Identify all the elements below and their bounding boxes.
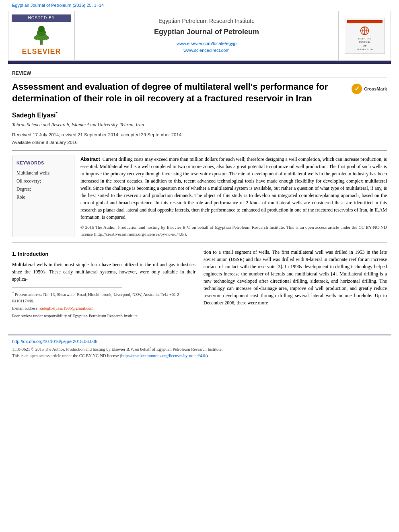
abstract-text: Abstract Current drilling costs may exce… (80, 156, 387, 221)
left-column: 1. Introduction Multilateral wells in th… (12, 249, 195, 320)
keywords-title: KEYWORDS (16, 160, 70, 166)
section-type-label: REVIEW (12, 70, 387, 78)
crossmark-icon: ✓ (351, 83, 362, 94)
abstract-copyright: © 2015 The Author. Production and hostin… (80, 224, 387, 237)
footnote-email: E-mail address: sadegh.elyasi.1986@gmail… (12, 305, 195, 312)
article-title: Assessment and evaluation of degree of m… (12, 81, 387, 104)
body-columns: 1. Introduction Multilateral wells in th… (12, 249, 387, 320)
crossmark-badge[interactable]: ✓ CrossMark (351, 83, 387, 94)
open-access-text: This is an open access article under the… (12, 353, 121, 358)
keywords-box: KEYWORDS Multilateral wells; Oil recover… (12, 156, 74, 237)
intro-text-right: tion to a small segment of wells. The fi… (204, 249, 387, 306)
main-content: REVIEW Assessment and evaluation of degr… (0, 64, 399, 327)
footnote-peer: Peer review under responsibility of Egyp… (12, 313, 195, 319)
journal-name: Egyptian Journal of Petroleum (154, 27, 259, 37)
cover-top-bar (347, 20, 383, 23)
elsevier-wordmark: ELSEVIER (22, 47, 61, 57)
svg-point-4 (34, 36, 39, 40)
keyword-2: Oil recovery; (16, 178, 70, 184)
elsevier-logo: ELSEVIER (22, 24, 61, 57)
right-column: tion to a small segment of wells. The fi… (204, 249, 387, 320)
author-name-text: Sadegh Elyasi (12, 112, 56, 119)
open-access-link[interactable]: http://creativecommons.org/licenses/by-n… (121, 353, 206, 358)
received-dates: Received 17 July 2014; revised 21 Septem… (12, 131, 387, 138)
svg-point-3 (38, 26, 45, 32)
bottom-open-access: This is an open access article under the… (12, 353, 387, 359)
journal-cover-thumbnail: EGYPTIAN JOURNAL OF PETROLEUM (345, 18, 385, 54)
journal-urls: www.elsevier.com/locate/egyjp www.scienc… (177, 40, 237, 54)
header-banner: HOSTED BY ELSEVIER Egyptian Petroleum Re… (8, 11, 391, 60)
section-divider (12, 150, 387, 151)
svg-point-5 (43, 36, 49, 40)
page: Egyptian Journal of Petroleum (2016) 25,… (0, 0, 399, 532)
footnote-address-text: Present address: No. 13, Shearwater Road… (12, 292, 179, 303)
bottom-copyright: 1110-0621 © 2015 The Author. Production … (12, 346, 387, 353)
journal-citation: Egyptian Journal of Petroleum (2016) 25,… (12, 3, 104, 8)
email-link[interactable]: sadegh.elyasi.1986@gmail.com (39, 306, 93, 310)
keyword-1: Multilateral wells; (16, 170, 70, 176)
footnote-address: * Present address: No. 13, Shearwater Ro… (12, 290, 195, 304)
abstract-section: KEYWORDS Multilateral wells; Oil recover… (12, 156, 387, 237)
cover-title: EGYPTIAN JOURNAL OF PETROLEUM (356, 37, 373, 51)
keyword-4: Role (16, 194, 70, 200)
footnote-divider (12, 288, 122, 288)
affiliation: Tehran Science and Research, Islamic Aza… (12, 121, 387, 128)
abstract-body: Current drilling costs may exceed more t… (80, 156, 387, 220)
svg-text:✓: ✓ (354, 85, 360, 92)
globe-icon (360, 26, 370, 36)
open-access-close: ). (206, 353, 209, 358)
intro-text-left: Multilateral wells in their most simple … (12, 261, 195, 283)
header-left: HOSTED BY ELSEVIER (8, 11, 75, 60)
keyword-3: Degree; (16, 186, 70, 192)
crossmark-label: CrossMark (364, 86, 387, 92)
author-name: Sadegh Elyasi* (12, 111, 387, 120)
email-label: E-mail address: (12, 306, 39, 310)
footnote-sup: * (12, 291, 14, 295)
institute-name: Egyptian Petroleum Research Institute (158, 17, 255, 25)
abstract-label: Abstract (80, 156, 100, 162)
doi-link[interactable]: http://dx.doi.org/10.1016/j.ejpe.2015.06… (12, 339, 387, 345)
abstract-content: Abstract Current drilling costs may exce… (80, 156, 387, 237)
copyright-prefix: © 2015 The Author. Production and hostin… (80, 225, 387, 236)
article-title-text: Assessment and evaluation of degree of m… (12, 82, 328, 103)
abstract-divider (12, 242, 387, 242)
url1[interactable]: www.elsevier.com/locate/egyjp (177, 40, 237, 47)
header-divider (8, 61, 391, 64)
url2[interactable]: www.sciencedirect.com (177, 47, 237, 54)
author-footnote-marker: * (56, 111, 58, 116)
top-journal-link: Egyptian Journal of Petroleum (2016) 25,… (0, 0, 399, 11)
available-date: Available online 8 January 2016 (12, 139, 387, 146)
elsevier-tree-icon (29, 24, 53, 46)
doi-url[interactable]: http://dx.doi.org/10.1016/j.ejpe.2015.06… (12, 339, 97, 344)
header-right: EGYPTIAN JOURNAL OF PETROLEUM (338, 11, 391, 60)
hosted-by-label: HOSTED BY (12, 14, 71, 22)
header-center: Egyptian Petroleum Research Institute Eg… (75, 11, 338, 60)
bottom-bar: http://dx.doi.org/10.1016/j.ejpe.2015.06… (8, 335, 391, 362)
intro-heading: 1. Introduction (12, 251, 195, 258)
